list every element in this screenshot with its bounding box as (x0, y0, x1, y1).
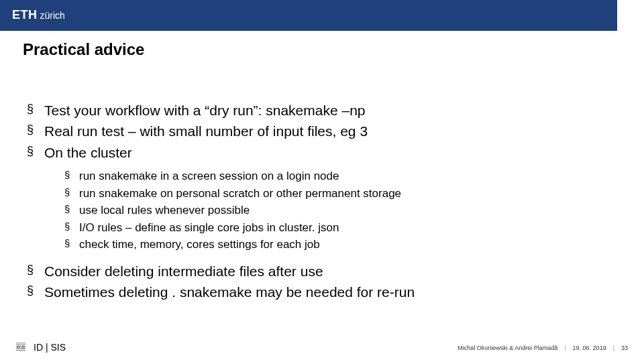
list-item: On the cluster run snakemake in a screen… (23, 143, 644, 253)
svg-point-7 (22, 346, 25, 349)
logo-light: zürich (40, 10, 65, 21)
list-item: I/O rules – define as single core jobs i… (63, 219, 644, 237)
footer-right: Michal Okoniewski & Andrei Plamadă | 19.… (458, 345, 628, 351)
list-item: Consider deleting intermediate files aft… (23, 261, 644, 281)
list-item: Real run test – with small number of inp… (23, 121, 644, 141)
sub-list: run snakemake in a screen session on a l… (63, 168, 644, 253)
authors: Michal Okoniewski & Andrei Plamadă (458, 345, 557, 351)
separator: | (564, 345, 566, 351)
bullet-list: Test your workflow with a “dry run”: sna… (23, 101, 644, 302)
header-bar: ETH zürich (0, 0, 617, 31)
list-item: check time, memory, cores settings for e… (63, 236, 644, 253)
list-item: run snakemake in a screen session on a l… (63, 168, 644, 185)
content-area: Test your workflow with a “dry run”: sna… (23, 101, 644, 302)
footer-left: ID | SIS (15, 342, 66, 353)
list-item: use local rules whenever possible (63, 202, 644, 219)
page-number: 33 (621, 345, 628, 351)
footer: ID | SIS Michal Okoniewski & Andrei Plam… (0, 339, 644, 353)
list-item-text: On the cluster (44, 145, 132, 160)
institution-seal-icon (15, 342, 27, 353)
svg-rect-0 (15, 342, 27, 353)
svg-point-6 (17, 346, 20, 349)
list-item: Test your workflow with a “dry run”: sna… (23, 101, 644, 120)
list-item: Sometimes deleting . snakemake may be ne… (23, 282, 644, 302)
department-label: ID | SIS (34, 342, 66, 353)
page-title: Practical advice (23, 40, 644, 59)
date: 19. 06. 2019 (573, 345, 606, 351)
eth-logo: ETH zürich (12, 8, 65, 22)
list-item: run snakemake on personal scratch or oth… (63, 185, 644, 202)
separator: | (613, 345, 614, 351)
logo-bold: ETH (12, 8, 38, 22)
